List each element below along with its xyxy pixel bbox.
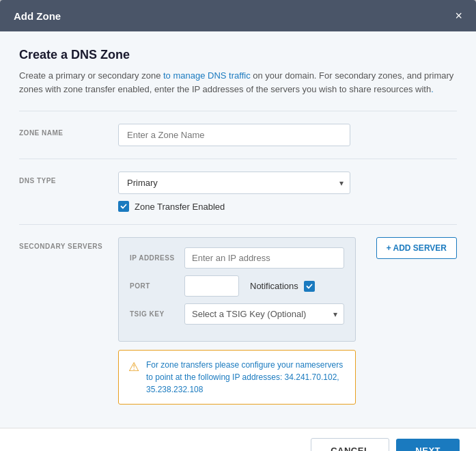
dns-type-section: DNS TYPE Primary Secondary ▾ Zone Tra <box>19 159 457 224</box>
zone-name-section: ZONE NAME <box>19 111 457 159</box>
zone-name-label: ZONE NAME <box>19 124 118 137</box>
form-description: Create a primary or secondary zone to ma… <box>19 69 457 96</box>
next-button[interactable]: NEXT <box>396 439 460 451</box>
notifications-label: Notifications <box>250 281 298 291</box>
port-label: PORT <box>130 282 184 290</box>
zone-name-control <box>118 124 457 146</box>
dns-type-label: DNS TYPE <box>19 172 118 184</box>
modal-body: Create a DNS Zone Create a primary or se… <box>0 31 476 428</box>
check-icon <box>120 203 127 210</box>
desc-link1[interactable]: to manage DNS traffic <box>163 70 251 81</box>
zone-transfer-row: Zone Transfer Enabled <box>118 201 457 212</box>
cancel-button[interactable]: CANCEL <box>311 438 389 451</box>
port-input[interactable] <box>184 275 239 297</box>
add-server-button[interactable]: + ADD SERVER <box>376 237 457 259</box>
add-server-wrap: + ADD SERVER <box>365 237 457 259</box>
ip-address-row: IP ADDRESS <box>130 247 344 269</box>
desc-link2[interactable]: . <box>431 84 434 94</box>
dns-type-control: Primary Secondary ▾ Zone Transfer Enable… <box>118 172 457 212</box>
notifications-checkbox[interactable] <box>304 281 315 292</box>
warning-icon: ⚠ <box>128 359 139 374</box>
zone-transfer-checkbox[interactable] <box>118 201 129 212</box>
warning-box: ⚠ For zone transfers please configure yo… <box>118 350 356 405</box>
ip-address-label: IP ADDRESS <box>130 254 184 262</box>
secondary-servers-section: SECONDARY SERVERS IP ADDRESS PORT Notifi… <box>19 224 457 417</box>
modal-footer: CANCEL NEXT <box>0 428 476 451</box>
desc-plain: Create a primary or secondary zone <box>19 70 163 81</box>
tsig-key-label: TSIG KEY <box>130 310 184 318</box>
ip-address-input[interactable] <box>184 247 344 269</box>
close-button[interactable]: × <box>455 10 462 22</box>
modal-header: Add Zone × <box>0 0 476 31</box>
tsig-key-row: TSIG KEY Select a TSIG Key (Optional) ▾ <box>130 303 344 325</box>
check-icon <box>306 283 313 290</box>
zone-name-input[interactable] <box>118 124 350 146</box>
dns-type-select-wrap: Primary Secondary ▾ <box>118 172 350 194</box>
tsig-select-wrap: Select a TSIG Key (Optional) ▾ <box>184 303 344 325</box>
form-section-title: Create a DNS Zone <box>19 48 457 62</box>
modal-title: Add Zone <box>14 10 61 22</box>
dns-type-select[interactable]: Primary Secondary <box>118 172 350 194</box>
secondary-servers-label: SECONDARY SERVERS <box>19 237 118 250</box>
zone-transfer-label: Zone Transfer Enabled <box>135 202 225 212</box>
warning-text: For zone transfers please configure your… <box>146 359 346 396</box>
secondary-servers-box: IP ADDRESS PORT Notifications <box>118 237 356 342</box>
secondary-servers-content: IP ADDRESS PORT Notifications <box>118 237 356 405</box>
add-zone-modal: Add Zone × Create a DNS Zone Create a pr… <box>0 0 476 451</box>
port-row: PORT Notifications <box>130 275 344 297</box>
tsig-key-select[interactable]: Select a TSIG Key (Optional) <box>184 303 344 325</box>
